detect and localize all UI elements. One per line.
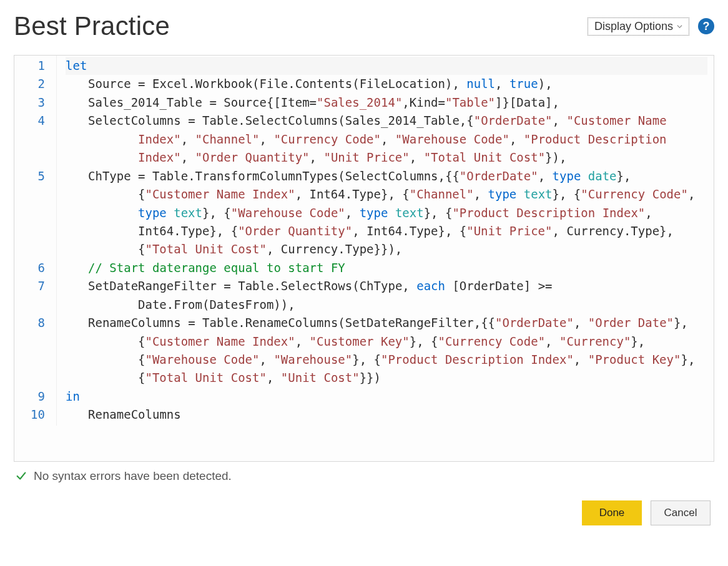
dialog-header: Best Practice Display Options ?: [14, 11, 714, 41]
code-line: Source = Excel.Workbook(File.Contents(Fi…: [66, 75, 707, 93]
code-line: // Start daterange equal to start FY: [66, 259, 707, 277]
code-line: SelectColumns = Table.SelectColumns(Sale…: [66, 112, 707, 167]
check-icon: [15, 470, 27, 482]
code-area[interactable]: letSource = Excel.Workbook(File.Contents…: [57, 56, 714, 426]
line-number: 5: [14, 167, 45, 259]
code-line: ChType = Table.TransformColumnTypes(Sele…: [66, 167, 707, 259]
syntax-status-text: No syntax errors have been detected.: [34, 469, 232, 483]
line-number: 7: [14, 277, 45, 314]
dialog-title: Best Practice: [14, 11, 170, 41]
code-line: RenameColumns: [66, 406, 707, 424]
cancel-button[interactable]: Cancel: [651, 500, 711, 525]
display-options-dropdown[interactable]: Display Options: [588, 17, 689, 36]
syntax-status: No syntax errors have been detected.: [15, 469, 713, 483]
line-number-gutter: 12345678910: [14, 56, 57, 426]
help-icon[interactable]: ?: [698, 18, 714, 34]
code-editor[interactable]: 12345678910letSource = Excel.Workbook(Fi…: [14, 55, 714, 462]
line-number: 3: [14, 94, 45, 112]
code-line: RenameColumns = Table.RenameColumns(SetD…: [66, 314, 707, 388]
help-glyph: ?: [703, 20, 710, 33]
header-actions: Display Options ?: [588, 17, 714, 36]
done-button-label: Done: [599, 507, 625, 519]
chevron-down-icon: [677, 24, 682, 29]
code-line: let: [66, 57, 707, 75]
line-number: 9: [14, 388, 45, 406]
done-button[interactable]: Done: [582, 500, 642, 525]
code-line: Sales_2014_Table = Source{[Item="Sales_2…: [66, 94, 707, 112]
line-number: 1: [14, 57, 45, 75]
advanced-editor-dialog: Best Practice Display Options ? 12345678…: [0, 0, 728, 540]
line-number: 6: [14, 259, 45, 277]
line-number: 2: [14, 75, 45, 93]
cancel-button-label: Cancel: [664, 507, 697, 519]
code-line: SetDateRangeFilter = Table.SelectRows(Ch…: [66, 277, 707, 314]
line-number: 4: [14, 112, 45, 167]
code-line: in: [66, 388, 707, 406]
display-options-label: Display Options: [594, 20, 673, 33]
line-number: 8: [14, 314, 45, 388]
line-number: 10: [14, 406, 45, 424]
dialog-buttons: Done Cancel: [14, 500, 714, 525]
